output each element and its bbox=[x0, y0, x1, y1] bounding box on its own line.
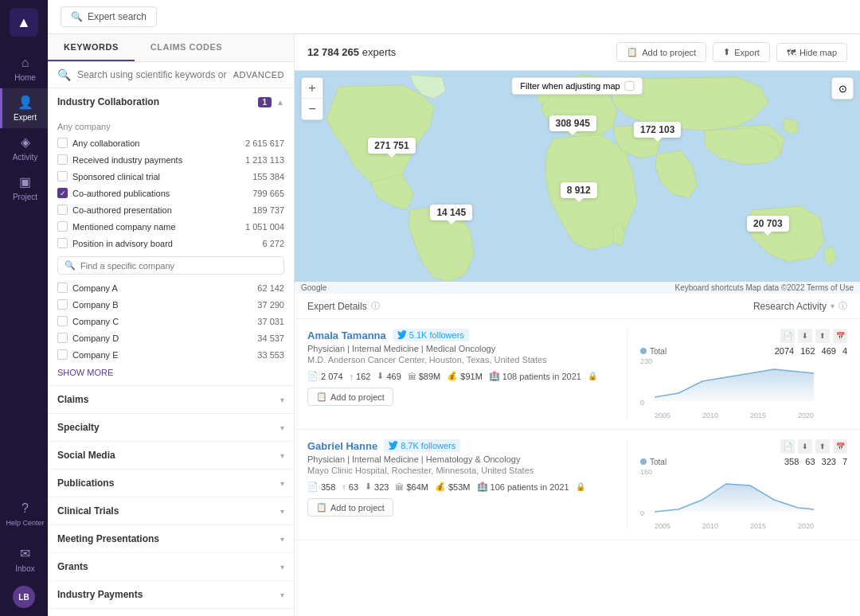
company-checkbox[interactable] bbox=[57, 299, 68, 310]
settings-chart-icon[interactable]: ⬆ bbox=[815, 439, 830, 454]
map-locate-button[interactable]: ⊙ bbox=[831, 77, 854, 99]
company-checkbox[interactable] bbox=[57, 316, 68, 326]
filter-count-mentioned-company: 1 051 004 bbox=[245, 222, 284, 232]
company-item-company-a[interactable]: Company A 62 142 bbox=[48, 279, 294, 296]
filter-items-container: Any collaboration 2 615 617 Received ind… bbox=[48, 135, 294, 251]
activity-icon: ◈ bbox=[21, 135, 30, 150]
user-avatar[interactable]: LB bbox=[13, 586, 35, 608]
map-zoom-in-button[interactable]: + bbox=[302, 78, 322, 99]
filter-label-co-authored-pub: Co-authored publications bbox=[72, 189, 248, 198]
add-to-project-button[interactable]: 📋 Add to project bbox=[616, 42, 706, 62]
filter-item-industry-payments[interactable]: Received industry payments 1 213 113 bbox=[48, 151, 294, 168]
nav-item-home[interactable]: ⌂ Home bbox=[0, 49, 48, 88]
expert-stats-amala-tamanna: 📄 2 074 ↑ 162 ⬇ 469 🏛 $89M 💰 $91M bbox=[307, 371, 614, 381]
filter-item-any-collab[interactable]: Any collaboration 2 615 617 bbox=[48, 135, 294, 151]
company-count: 62 142 bbox=[257, 283, 284, 293]
calendar-chart-icon[interactable]: 📅 bbox=[833, 329, 847, 343]
simple-filter-meeting-presentations[interactable]: Meeting Presentations ▾ bbox=[48, 525, 294, 553]
company-checkbox[interactable] bbox=[57, 283, 68, 293]
lock-icon[interactable]: 🔒 bbox=[576, 482, 585, 491]
nav-item-help[interactable]: ? Help Center bbox=[0, 495, 47, 533]
tab-keywords[interactable]: KEYWORDS bbox=[48, 34, 135, 61]
citations-icon: ↑ bbox=[342, 482, 346, 492]
checkbox-any-collab[interactable] bbox=[57, 138, 68, 148]
download-chart-icon[interactable]: 📄 bbox=[780, 329, 795, 343]
expert-search-button[interactable]: 🔍 Expert search bbox=[61, 6, 157, 27]
checkbox-mentioned-company[interactable] bbox=[57, 221, 68, 232]
simple-filter-claims[interactable]: Claims ▾ bbox=[48, 386, 294, 414]
settings-chart-icon[interactable]: ⬆ bbox=[815, 329, 830, 343]
map-bubble-europe-west: 308 945 bbox=[549, 115, 596, 131]
company-list-container: Company A 62 142 Company B 37 290 Compan… bbox=[48, 279, 294, 363]
publications-icon: 📄 bbox=[307, 371, 319, 381]
company-checkbox[interactable] bbox=[57, 333, 68, 343]
filter-item-advisory-board[interactable]: Position in advisory board 6 272 bbox=[48, 235, 294, 251]
simple-filter-clinical-trials[interactable]: Clinical Trials ▾ bbox=[48, 497, 294, 525]
download-chart-icon[interactable]: 📄 bbox=[780, 439, 795, 454]
company-search-input[interactable] bbox=[80, 261, 277, 271]
checkbox-co-authored-pub[interactable]: ✓ bbox=[57, 188, 68, 198]
add-to-project-button-gabriel-hanne[interactable]: 📋 Add to project bbox=[307, 498, 393, 517]
chart-year-label: 2010 bbox=[702, 411, 718, 419]
show-more-button[interactable]: SHOW MORE bbox=[48, 363, 294, 382]
lock-icon[interactable]: 🔒 bbox=[588, 372, 597, 380]
nav-label-activity: Activity bbox=[13, 153, 38, 162]
company-search-icon: 🔍 bbox=[64, 260, 76, 271]
map-bubble-south-america: 14 145 bbox=[430, 205, 472, 220]
tab-claims-codes[interactable]: CLAIMS CODES bbox=[135, 34, 238, 61]
simple-filter-social-media[interactable]: Social Media ▾ bbox=[48, 442, 294, 470]
filter-item-co-authored-pub[interactable]: ✓ Co-authored publications 799 665 bbox=[48, 185, 294, 201]
checkbox-co-authored-pres[interactable] bbox=[57, 205, 68, 215]
export-button[interactable]: ⬆ Export bbox=[713, 42, 770, 62]
calendar-chart-icon[interactable]: 📅 bbox=[833, 439, 847, 454]
nav-item-inbox[interactable]: ✉ Inbox bbox=[0, 540, 47, 579]
inbox-icon: ✉ bbox=[20, 546, 30, 561]
nav-item-project[interactable]: ▣ Project bbox=[0, 168, 48, 208]
expert-institution-amala-tamanna: M.D. Anderson Cancer Center, Houston, Te… bbox=[307, 355, 614, 365]
filter-map-checkbox[interactable] bbox=[625, 81, 635, 91]
total-pubs-val: 2074 bbox=[775, 346, 794, 356]
export-chart-icon[interactable]: ⬇ bbox=[798, 329, 812, 343]
filter-body: Any company Any collaboration 2 615 617 … bbox=[48, 115, 294, 385]
hide-map-button[interactable]: 🗺 Hide map bbox=[776, 43, 847, 62]
content-area: KEYWORDS CLAIMS CODES 🔍 ADVANCED Industr… bbox=[48, 34, 860, 616]
company-checkbox[interactable] bbox=[57, 349, 68, 360]
simple-filter-publications[interactable]: Publications ▾ bbox=[48, 470, 294, 497]
map-background: Filter when adjusting map + − ⊙ 271 7513… bbox=[295, 71, 860, 294]
export-chart-icon[interactable]: ⬇ bbox=[798, 439, 812, 454]
research-activity-info-icon[interactable]: ⓘ bbox=[838, 300, 847, 312]
expert-name-gabriel-hanne[interactable]: Gabriel Hanne bbox=[307, 440, 377, 452]
company-item-company-d[interactable]: Company D 34 537 bbox=[48, 329, 294, 346]
simple-filter-honorary-positions[interactable]: Honorary Positions ▾ bbox=[48, 609, 294, 616]
expert-name-amala-tamanna[interactable]: Amala Tamanna bbox=[307, 329, 386, 341]
simple-filter-grants[interactable]: Grants ▾ bbox=[48, 553, 294, 581]
co-funding-stat: 💰 $53M bbox=[435, 481, 471, 492]
simple-filter-specialty[interactable]: Specialty ▾ bbox=[48, 414, 294, 442]
add-to-project-button-amala-tamanna[interactable]: 📋 Add to project bbox=[307, 388, 393, 406]
advanced-button[interactable]: ADVANCED bbox=[233, 70, 284, 80]
checkbox-advisory-board[interactable] bbox=[57, 238, 68, 248]
search-input[interactable] bbox=[77, 69, 227, 80]
publications-icon: 📄 bbox=[307, 481, 319, 492]
downloads-icon: ⬇ bbox=[365, 481, 372, 492]
nav-item-expert[interactable]: 👤 Expert bbox=[0, 88, 48, 128]
company-item-company-b[interactable]: Company B 37 290 bbox=[48, 296, 294, 313]
map-zoom-out-button[interactable]: − bbox=[302, 99, 322, 119]
checkbox-sponsored-trial[interactable] bbox=[57, 171, 68, 181]
filter-when-adjusting-btn[interactable]: Filter when adjusting map bbox=[511, 77, 643, 95]
nav-label-home: Home bbox=[14, 73, 36, 82]
industry-collaboration-header[interactable]: Industry Collaboration 1 ▲ bbox=[48, 88, 294, 115]
chart-svg-amala-tamanna bbox=[655, 357, 814, 409]
checkbox-industry-payments[interactable] bbox=[57, 154, 68, 165]
search-bar: 🔍 ADVANCED bbox=[48, 62, 294, 88]
filter-item-mentioned-company[interactable]: Mentioned company name 1 051 004 bbox=[48, 218, 294, 235]
expert-details-info-icon[interactable]: ⓘ bbox=[371, 300, 380, 312]
company-item-company-c[interactable]: Company C 37 031 bbox=[48, 313, 294, 329]
simple-filter-industry-payments[interactable]: Industry Payments ▾ bbox=[48, 581, 294, 609]
filter-item-co-authored-pres[interactable]: Co-authored presentation 189 737 bbox=[48, 201, 294, 218]
expert-institution-gabriel-hanne: Mayo Clinic Hospital, Rochester, Minneso… bbox=[307, 466, 614, 475]
company-item-company-e[interactable]: Company E 33 553 bbox=[48, 346, 294, 363]
nav-item-activity[interactable]: ◈ Activity bbox=[0, 128, 48, 168]
filter-item-sponsored-trial[interactable]: Sponsored clinical trial 155 384 bbox=[48, 168, 294, 185]
research-activity-chevron[interactable]: ▾ bbox=[831, 302, 835, 310]
